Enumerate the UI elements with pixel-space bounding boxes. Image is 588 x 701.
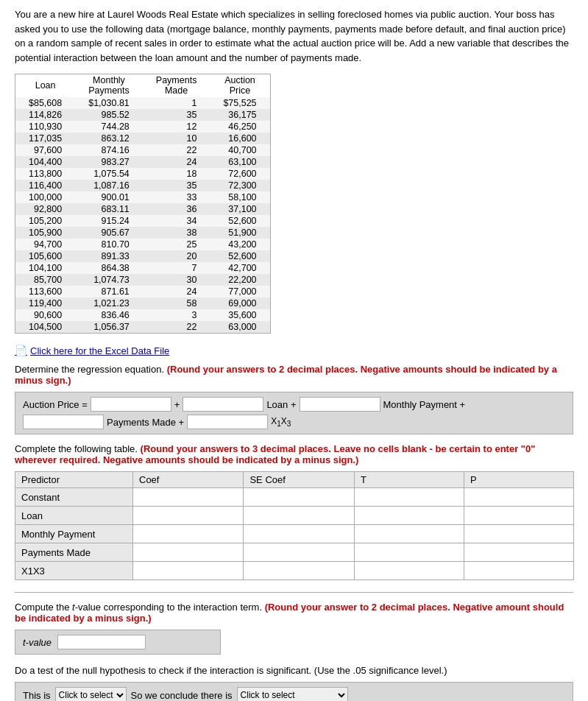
pred-input-coef-2[interactable]: [136, 526, 240, 541]
pred-cell-coef-0: [133, 488, 244, 507]
pred-cell-t-3: [354, 543, 464, 562]
pred-input-t-2[interactable]: [358, 526, 461, 541]
pred-cell-p-1: [464, 507, 573, 525]
table-cell-10-0: 105,200: [15, 215, 75, 227]
monthly-payment-label: Monthly Payment +: [383, 399, 466, 410]
table-cell-8-1: 900.01: [75, 191, 143, 203]
table-cell-5-3: 63,100: [210, 156, 269, 168]
regression-instruction: Determine the regression equation. (Roun…: [15, 364, 573, 386]
table-cell-10-3: 52,600: [210, 215, 269, 227]
pred-cell-p-4: [464, 562, 573, 580]
pred-input-coef-1[interactable]: [136, 508, 240, 523]
coef1-input[interactable]: [183, 397, 263, 412]
table-cell-16-2: 24: [143, 286, 210, 297]
table-cell-6-2: 18: [143, 168, 210, 180]
pred-cell-se_coef-0: [244, 488, 354, 507]
excel-link-text[interactable]: Click here for the Excel Data File: [30, 345, 169, 356]
pred-cell-coef-1: [133, 507, 244, 525]
pred-col-coef: Coef: [133, 472, 244, 488]
complete-instruction-normal: Complete the following table.: [15, 443, 138, 454]
payments-made-input[interactable]: [23, 415, 104, 429]
table-cell-4-1: 874.16: [75, 144, 143, 156]
table-cell-6-1: 1,075.54: [75, 168, 143, 180]
table-cell-17-3: 69,000: [210, 297, 269, 309]
pred-input-se_coef-2[interactable]: [247, 526, 350, 541]
conclusion-dropdown-2[interactable]: Click to select a significant interactio…: [237, 687, 348, 701]
table-cell-0-0: $85,608: [15, 97, 75, 109]
pred-input-p-2[interactable]: [467, 526, 570, 541]
table-cell-2-0: 110,930: [15, 121, 75, 133]
col-header-loan: Loan: [15, 74, 75, 97]
pred-cell-se_coef-3: [244, 543, 354, 562]
table-cell-1-1: 985.52: [75, 109, 143, 121]
table-cell-9-2: 36: [143, 203, 210, 215]
equation-box: Auction Price = + Loan + Monthly Payment…: [15, 392, 573, 434]
pred-input-se_coef-4[interactable]: [247, 563, 350, 578]
table-cell-16-0: 113,600: [15, 286, 75, 297]
table-cell-5-0: 104,400: [15, 156, 75, 168]
pred-cell-coef-2: [133, 525, 244, 543]
auction-price-input[interactable]: [91, 397, 171, 412]
table-cell-14-2: 7: [143, 262, 210, 274]
table-cell-12-1: 810.70: [75, 239, 143, 250]
pred-input-coef-4[interactable]: [136, 563, 240, 578]
table-cell-16-3: 77,000: [210, 286, 269, 297]
table-cell-9-3: 37,100: [210, 203, 269, 215]
pred-input-se_coef-0[interactable]: [247, 490, 350, 504]
col-header-monthly-payments: MonthlyPayments: [75, 74, 143, 97]
table-cell-13-2: 20: [143, 250, 210, 262]
tvalue-section: Compute the t-value corresponding to the…: [15, 602, 573, 655]
x1x3-input[interactable]: [187, 415, 268, 429]
payments-made-label: Payments Made +: [107, 417, 184, 428]
pred-label-4: X1X3: [15, 562, 133, 580]
pred-col-predictor: Predictor: [15, 472, 133, 488]
pred-cell-coef-3: [133, 543, 244, 562]
table-cell-4-2: 22: [143, 144, 210, 156]
table-cell-3-3: 16,600: [210, 133, 269, 144]
pred-cell-t-0: [354, 488, 464, 507]
pred-input-se_coef-1[interactable]: [247, 508, 350, 523]
table-cell-13-1: 891.33: [75, 250, 143, 262]
table-cell-3-0: 117,035: [15, 133, 75, 144]
pred-cell-se_coef-4: [244, 562, 354, 580]
this-is-label: This is: [23, 690, 51, 701]
regression-instruction-normal: Determine the regression equation.: [15, 364, 164, 375]
table-cell-4-0: 97,600: [15, 144, 75, 156]
table-cell-12-0: 94,700: [15, 239, 75, 250]
tvalue-label: t-value: [23, 637, 52, 648]
pred-col-se-coef: SE Coef: [244, 472, 354, 488]
pred-cell-t-2: [354, 525, 464, 543]
table-cell-13-3: 52,600: [210, 250, 269, 262]
table-cell-14-1: 864.38: [75, 262, 143, 274]
conclusion-dropdown-1[interactable]: Click to select significant not signific…: [55, 687, 127, 701]
pred-input-coef-3[interactable]: [136, 545, 240, 560]
table-cell-1-0: 114,826: [15, 109, 75, 121]
col-header-payments-made: PaymentsMade: [143, 74, 210, 97]
table-cell-5-1: 983.27: [75, 156, 143, 168]
pred-input-p-3[interactable]: [467, 545, 570, 560]
pred-cell-p-0: [464, 488, 573, 507]
excel-link[interactable]: 📄 Click here for the Excel Data File: [15, 345, 573, 356]
coef2-input[interactable]: [300, 397, 380, 412]
table-cell-11-0: 105,900: [15, 227, 75, 239]
pred-input-se_coef-3[interactable]: [247, 545, 350, 560]
table-cell-13-0: 105,600: [15, 250, 75, 262]
pred-input-coef-0[interactable]: [136, 490, 240, 504]
table-cell-7-2: 35: [143, 180, 210, 191]
complete-instruction: Complete the following table. (Round you…: [15, 443, 573, 465]
pred-input-p-1[interactable]: [467, 508, 570, 523]
pred-cell-se_coef-2: [244, 525, 354, 543]
table-cell-18-1: 836.46: [75, 309, 143, 321]
tvalue-input[interactable]: [57, 635, 146, 649]
pred-input-t-0[interactable]: [358, 490, 461, 504]
pred-input-p-0[interactable]: [467, 490, 570, 504]
pred-input-p-4[interactable]: [467, 563, 570, 578]
pred-input-t-1[interactable]: [358, 508, 461, 523]
table-cell-15-2: 30: [143, 274, 210, 286]
table-cell-8-0: 100,000: [15, 191, 75, 203]
pred-input-t-4[interactable]: [358, 563, 461, 578]
table-cell-5-2: 24: [143, 156, 210, 168]
table-cell-11-2: 38: [143, 227, 210, 239]
table-cell-10-1: 915.24: [75, 215, 143, 227]
pred-input-t-3[interactable]: [358, 545, 461, 560]
